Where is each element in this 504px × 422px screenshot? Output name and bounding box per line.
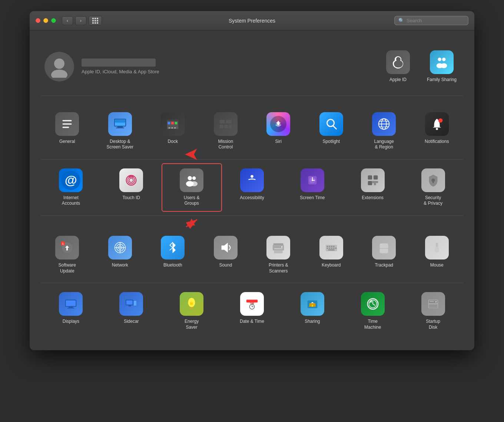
svg-point-5: [441, 63, 447, 68]
pref-item-startup-disk[interactable]: StartupDisk: [403, 287, 463, 335]
mission-control-label: MissionControl: [218, 139, 233, 150]
network-icon: [108, 236, 132, 259]
svg-point-1: [51, 70, 67, 78]
sidecar-icon: [119, 292, 143, 316]
pref-item-accessibility[interactable]: Accessibility: [222, 163, 282, 212]
internet-accounts-label: InternetAccounts: [62, 195, 80, 207]
desktop-label: Desktop &Screen Saver: [106, 139, 133, 150]
svg-point-108: [435, 301, 437, 303]
svg-rect-25: [220, 124, 223, 128]
pref-item-sidecar[interactable]: Sidecar: [101, 287, 162, 335]
desktop-icon: [108, 112, 132, 136]
svg-rect-89: [134, 301, 137, 306]
displays-label: Displays: [63, 319, 79, 325]
section-row4: Displays Sidecar: [41, 283, 463, 339]
software-update-label: SoftwareUpdate: [59, 262, 76, 274]
minimize-button[interactable]: [43, 18, 48, 23]
svg-rect-72: [333, 246, 335, 247]
pref-item-screen-time[interactable]: Screen Time: [282, 163, 342, 212]
svg-rect-69: [326, 246, 328, 247]
mission-control-icon: [214, 112, 238, 136]
maximize-button[interactable]: [51, 18, 56, 23]
pref-item-date-time[interactable]: FRI 18 Date & Time: [222, 287, 282, 335]
window-title: System Preferences: [229, 18, 275, 24]
search-icon: 🔍: [398, 18, 404, 23]
dock-icon: [161, 112, 185, 136]
content-area: Apple ID, iCloud, Media & App Store Appl…: [30, 30, 474, 350]
sharing-icon: [301, 292, 324, 316]
svg-rect-83: [66, 301, 76, 306]
screen-time-icon: [301, 168, 324, 192]
pref-item-spotlight[interactable]: Spotlight: [305, 107, 358, 155]
apple-id-icon: [386, 50, 410, 74]
svg-rect-66: [274, 248, 283, 249]
svg-point-42: [251, 175, 253, 178]
search-bar[interactable]: 🔍: [394, 16, 468, 25]
security-label: Security& Privacy: [424, 195, 442, 207]
avatar[interactable]: [44, 52, 74, 81]
time-machine-label: TimeMachine: [364, 319, 381, 330]
general-icon: [55, 112, 79, 136]
pref-item-trackpad[interactable]: Trackpad: [358, 231, 411, 279]
sidecar-label: Sidecar: [124, 319, 139, 325]
svg-rect-93: [190, 309, 193, 309]
pref-item-desktop[interactable]: Desktop &Screen Saver: [94, 107, 147, 155]
svg-rect-13: [116, 127, 124, 128]
pref-item-time-machine[interactable]: TimeMachine: [342, 287, 403, 335]
pref-item-language[interactable]: Language& Region: [358, 107, 411, 155]
svg-rect-77: [335, 248, 336, 249]
pref-item-mission-control[interactable]: MissionControl: [199, 107, 252, 155]
forward-button[interactable]: ›: [75, 16, 86, 25]
accessibility-icon: [240, 168, 264, 192]
svg-rect-70: [329, 246, 330, 247]
pref-item-notifications[interactable]: Notifications: [411, 107, 464, 155]
back-button[interactable]: ‹: [62, 16, 73, 25]
search-input[interactable]: [407, 18, 464, 23]
accessibility-label: Accessibility: [240, 195, 264, 201]
svg-rect-17: [171, 122, 174, 124]
pref-item-software-update[interactable]: 1 SoftwareUpdate: [41, 231, 94, 279]
pref-item-security[interactable]: Security& Privacy: [403, 163, 463, 212]
pref-item-printers[interactable]: Printers &Scanners: [252, 231, 305, 279]
pref-item-keyboard[interactable]: Keyboard: [305, 231, 358, 279]
siri-icon: [266, 112, 290, 136]
pref-item-sound[interactable]: Sound: [199, 231, 252, 279]
svg-rect-106: [429, 305, 437, 306]
svg-rect-15: [167, 120, 178, 121]
pref-item-sharing[interactable]: Sharing: [282, 287, 342, 335]
svg-rect-7: [63, 123, 72, 125]
network-label: Network: [112, 262, 128, 268]
bluetooth-label: Bluetooth: [163, 262, 182, 268]
pref-item-mouse[interactable]: Mouse: [411, 231, 464, 279]
svg-rect-27: [229, 124, 232, 128]
pref-item-displays[interactable]: Displays: [41, 287, 101, 335]
selection-arrow-down: ➤: [184, 145, 199, 165]
apple-id-label: Apple ID: [389, 77, 407, 83]
close-button[interactable]: [36, 18, 40, 23]
pref-item-family-sharing[interactable]: Family Sharing: [424, 45, 460, 88]
traffic-lights: [36, 18, 56, 23]
pref-item-extensions[interactable]: Extensions: [342, 163, 403, 212]
grid-view-button[interactable]: [89, 16, 102, 26]
svg-rect-8: [63, 127, 69, 128]
pref-item-internet-accounts[interactable]: @ InternetAccounts: [41, 163, 101, 212]
pref-item-users-groups[interactable]: Users &Groups ▲ ➤: [162, 163, 222, 212]
pref-item-general[interactable]: General: [41, 107, 94, 155]
pref-item-siri[interactable]: Siri: [252, 107, 305, 155]
svg-rect-48: [368, 175, 372, 179]
svg-rect-85: [67, 308, 74, 309]
svg-rect-109: [430, 301, 434, 302]
svg-rect-16: [168, 122, 170, 124]
pref-item-apple-id[interactable]: Apple ID: [383, 45, 413, 88]
pref-item-energy[interactable]: EnergySaver: [162, 287, 222, 335]
svg-rect-73: [326, 248, 328, 249]
pref-item-network[interactable]: Network: [94, 231, 147, 279]
svg-point-34: [438, 118, 442, 122]
section-row3: 1 SoftwareUpdate Network: [41, 227, 463, 283]
pref-item-bluetooth[interactable]: Bluetooth: [146, 231, 199, 279]
svg-rect-24: [226, 120, 232, 123]
pref-item-touch-id[interactable]: Touch ID: [101, 163, 162, 212]
arrow-row: [41, 216, 463, 227]
profile-right-icons: Apple ID Family Sharing: [383, 45, 460, 88]
svg-point-91: [188, 298, 195, 307]
